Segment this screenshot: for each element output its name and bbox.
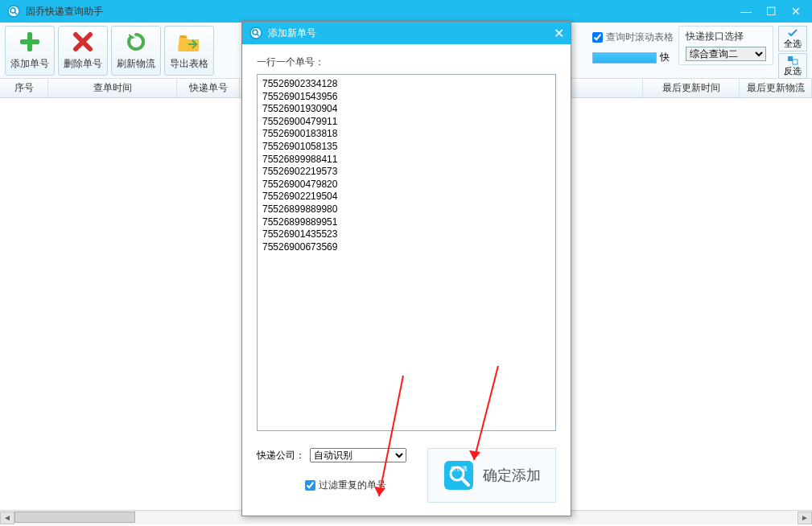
delete-label: 删除单号: [64, 57, 102, 71]
invert-button[interactable]: 反选: [778, 53, 807, 79]
speed-label: 快: [660, 51, 670, 64]
delete-button[interactable]: 删除单号: [58, 26, 108, 76]
add-button[interactable]: 添加单号: [5, 26, 55, 76]
export-label: 导出表格: [170, 57, 208, 71]
select-all-label: 全选: [784, 38, 802, 50]
company-label: 快递公司：: [257, 449, 305, 462]
close-button[interactable]: ✕: [791, 5, 801, 18]
confirm-label: 确定添加: [483, 466, 541, 485]
scroll-thumb[interactable]: [14, 512, 135, 523]
col-query-time[interactable]: 查单时间: [48, 79, 177, 97]
svg-point-0: [8, 6, 19, 17]
scroll-right-button[interactable]: ►: [798, 512, 812, 524]
dialog-body: 一行一个单号： 快递公司： 自动识别 过滤重复的单号 查快递 确: [242, 44, 571, 500]
company-row: 快递公司： 自动识别: [257, 448, 406, 462]
svg-rect-5: [788, 56, 793, 61]
app-icon: [6, 4, 21, 18]
maximize-button[interactable]: ☐: [766, 5, 777, 18]
speed-progress[interactable]: [592, 52, 657, 64]
scroll-checkbox[interactable]: [592, 32, 603, 43]
minimize-button[interactable]: —: [740, 5, 752, 18]
dialog-bottom: 快递公司： 自动识别 过滤重复的单号 查快递 确定添加: [257, 448, 556, 492]
search-express-icon: 查快递: [443, 459, 475, 491]
invert-label: 反选: [784, 65, 802, 77]
refresh-button[interactable]: 刷新物流: [111, 26, 161, 76]
confirm-add-button[interactable]: 查快递 确定添加: [427, 448, 556, 503]
app-title: 固乔快递查询助手: [26, 5, 740, 18]
plus-icon: [18, 30, 42, 54]
company-select[interactable]: 自动识别: [310, 448, 406, 462]
col-last-update[interactable]: 最后更新时间: [643, 79, 740, 97]
svg-rect-6: [793, 60, 798, 64]
scroll-left-button[interactable]: ◄: [0, 512, 14, 524]
col-tracking[interactable]: 快递单号: [177, 79, 240, 97]
add-dialog: 添加新单号 ✕ 一行一个单号： 快递公司： 自动识别 过滤重复的单号: [241, 21, 571, 516]
numbers-label: 一行一个单号：: [257, 55, 556, 69]
filter-label: 过滤重复的单号: [319, 479, 386, 492]
svg-text:查快递: 查快递: [451, 466, 468, 471]
col-last-logistics[interactable]: 最后更新物流: [740, 79, 812, 97]
refresh-label: 刷新物流: [117, 57, 155, 71]
svg-rect-4: [20, 39, 39, 44]
col-index[interactable]: 序号: [0, 79, 48, 97]
invert-icon: [787, 55, 798, 65]
filter-checkbox[interactable]: [305, 480, 315, 491]
api-title: 快递接口选择: [686, 30, 766, 43]
svg-point-7: [250, 27, 262, 39]
dialog-icon: [249, 26, 263, 40]
add-label: 添加单号: [10, 57, 49, 71]
x-icon: [71, 30, 95, 54]
refresh-icon: [124, 30, 148, 54]
select-all-button[interactable]: 全选: [778, 26, 807, 51]
progress-row: 快: [592, 47, 674, 64]
check-icon: [787, 28, 798, 38]
scroll-check-label: 查询时滚动表格: [606, 31, 674, 44]
api-select[interactable]: 综合查询二: [686, 47, 766, 61]
numbers-textarea[interactable]: [257, 74, 556, 431]
window-buttons: — ☐ ✕: [740, 5, 806, 18]
scroll-checkbox-row[interactable]: 查询时滚动表格: [592, 26, 674, 44]
main-titlebar: 固乔快递查询助手 — ☐ ✕: [0, 0, 812, 23]
export-button[interactable]: 导出表格: [164, 26, 214, 76]
dialog-close-button[interactable]: ✕: [554, 26, 564, 41]
api-select-box: 快递接口选择 综合查询二: [678, 26, 773, 65]
selection-buttons: 全选 反选: [778, 26, 807, 79]
dialog-title: 添加新单号: [268, 27, 554, 40]
folder-icon: [177, 30, 201, 54]
filter-row[interactable]: 过滤重复的单号: [305, 479, 406, 492]
dialog-titlebar: 添加新单号 ✕: [242, 22, 571, 44]
toolbar-right: 查询时滚动表格 快 快递接口选择 综合查询二 全选 反选: [592, 26, 807, 75]
